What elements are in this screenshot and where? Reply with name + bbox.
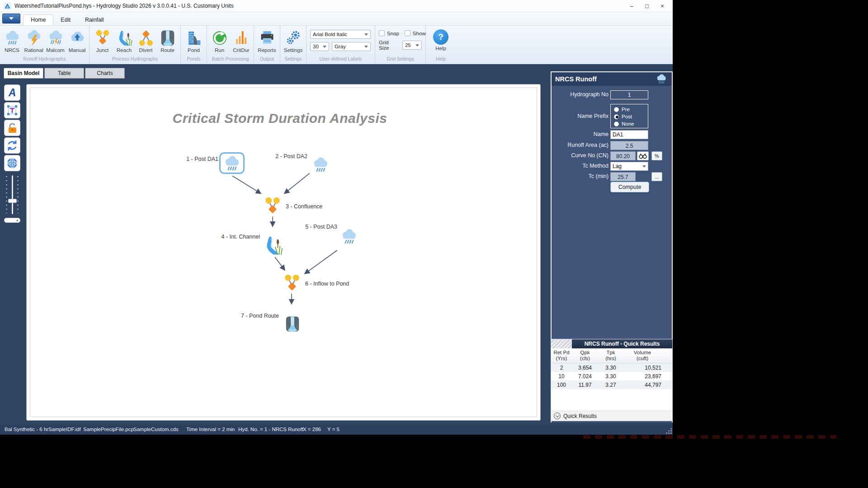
- refresh-tool-button[interactable]: [4, 137, 20, 154]
- close-button[interactable]: ×: [655, 0, 670, 12]
- compute-button[interactable]: Compute: [610, 182, 649, 192]
- manual-button[interactable]: Manual: [66, 28, 88, 53]
- font-size-select[interactable]: 30: [310, 42, 329, 51]
- radio-selected-icon: [614, 114, 619, 119]
- label-select-tool-button[interactable]: [4, 102, 20, 118]
- quick-results-toggle[interactable]: Quick Results: [551, 411, 672, 421]
- route-button[interactable]: Route: [157, 28, 179, 53]
- cell: 3.654: [572, 365, 598, 371]
- basin-model-canvas[interactable]: Critical Storm Duration Analysis: [26, 84, 541, 421]
- divert-button[interactable]: Divert: [135, 28, 157, 53]
- font-tool-button[interactable]: A: [4, 84, 20, 101]
- file-menu-button[interactable]: [2, 14, 20, 23]
- storm-cloud-icon: [25, 29, 42, 47]
- name-field[interactable]: DA1: [610, 130, 648, 139]
- hydrograph-no-field[interactable]: 1: [610, 90, 648, 99]
- node-confluence[interactable]: [263, 197, 282, 216]
- reach-button[interactable]: Reach: [113, 28, 135, 53]
- slider-thumb[interactable]: [8, 199, 17, 203]
- prefix-option-post[interactable]: Post: [614, 113, 648, 120]
- zoom-slider[interactable]: [5, 175, 19, 214]
- font-color-select[interactable]: Gray: [332, 42, 371, 51]
- globe-icon: [6, 157, 19, 169]
- junct-button[interactable]: Junct: [92, 28, 113, 53]
- show-label: Show: [413, 31, 426, 36]
- group-label-ponds: Ponds: [187, 56, 201, 64]
- curve-no-field[interactable]: 80.20: [610, 151, 636, 160]
- node-int-channel[interactable]: [263, 235, 283, 256]
- mini-scrollbar[interactable]: [4, 218, 20, 223]
- run-refresh-icon: [211, 29, 228, 47]
- tab-home[interactable]: Home: [23, 14, 53, 25]
- slider-track: [12, 175, 13, 214]
- slider-ticks: [17, 176, 19, 213]
- tab-table[interactable]: Table: [44, 68, 84, 79]
- node-post-da1[interactable]: [222, 155, 242, 173]
- malcom-button[interactable]: Malcom: [45, 28, 66, 53]
- printer-icon: [259, 29, 276, 47]
- grid-size-value: 25: [405, 42, 411, 48]
- cn-lookup-button[interactable]: [637, 151, 649, 160]
- help-glyph: ?: [438, 32, 443, 42]
- rational-button-label: Rational: [24, 47, 43, 53]
- show-checkbox[interactable]: Show: [405, 30, 426, 36]
- tab-basin-model[interactable]: Basin Model: [4, 68, 43, 79]
- cell: 11.97: [572, 382, 598, 388]
- ribbon: NRCS Rational Malcom Manual Runoff Hydro…: [0, 26, 673, 64]
- group-label-process: Process Hydrographs: [112, 56, 158, 64]
- maximize-button[interactable]: □: [639, 0, 655, 12]
- tab-charts[interactable]: Charts: [85, 68, 125, 79]
- corner-hatch: [551, 339, 572, 348]
- lock-icon: [6, 122, 19, 134]
- font-select[interactable]: Arial Bold Italic: [310, 30, 371, 39]
- status-precip-file: SamplePrecipFile.pcp: [83, 427, 134, 432]
- tc-field[interactable]: 25.7: [610, 172, 636, 181]
- tc-method-select[interactable]: Lag: [610, 162, 648, 171]
- node-pond-route[interactable]: [284, 315, 301, 333]
- run-button[interactable]: Run: [209, 28, 231, 53]
- settings-button-label: Settings: [284, 47, 303, 53]
- cell: 3.27: [598, 382, 623, 388]
- quick-results-title: NRCS Runoff - Quick Results: [572, 339, 672, 348]
- grid-size-select[interactable]: 25: [402, 41, 422, 50]
- dam-icon: [185, 29, 203, 47]
- tab-rainfall[interactable]: Rainfall: [78, 15, 111, 25]
- col-qpk-unit: (cfs): [580, 356, 590, 361]
- runoff-area-field[interactable]: 2.5: [610, 141, 648, 150]
- pond-button[interactable]: Pond: [183, 28, 205, 53]
- reports-button[interactable]: Reports: [256, 28, 278, 53]
- status-idf-file: SampleIDF.idf: [48, 427, 81, 432]
- binoculars-icon: [638, 151, 647, 160]
- node-post-da3[interactable]: [339, 228, 359, 246]
- critdur-button[interactable]: CritDur: [231, 28, 252, 53]
- nrcs-button-label: NRCS: [5, 47, 19, 53]
- globe-tool-button[interactable]: [4, 155, 20, 171]
- cn-percent-button[interactable]: %: [651, 151, 662, 160]
- node-inflow-to-pond[interactable]: [283, 274, 302, 293]
- nrcs-button[interactable]: NRCS: [1, 28, 23, 53]
- node-label: 1 - Post DA1: [175, 156, 218, 162]
- resize-grip[interactable]: [665, 427, 672, 434]
- gear-icon: [285, 29, 302, 47]
- settings-button[interactable]: Settings: [283, 28, 304, 53]
- lock-tool-button[interactable]: [4, 120, 20, 136]
- group-label-batch: Batch Processing: [212, 56, 249, 64]
- node-post-da2[interactable]: [311, 156, 330, 174]
- reach-button-label: Reach: [117, 47, 132, 53]
- help-button[interactable]: ? Help: [430, 28, 452, 51]
- prefix-option-none[interactable]: None: [614, 120, 648, 127]
- view-tabs: Basin Model Table Charts: [4, 68, 125, 79]
- minimize-button[interactable]: –: [624, 0, 639, 12]
- status-y-coord: Y = 5: [327, 427, 340, 432]
- waterfall-icon: [159, 29, 176, 47]
- checkbox-icon: [405, 30, 410, 36]
- status-hydrograph: Hyd. No. = 1 - NRCS Runoff: [238, 427, 303, 432]
- snap-checkbox[interactable]: Snap: [379, 30, 399, 36]
- flow-arrows: [27, 84, 540, 420]
- chevron-down-icon: [9, 17, 14, 20]
- rational-button[interactable]: Rational: [23, 28, 45, 53]
- tab-edit[interactable]: Edit: [53, 15, 78, 25]
- prefix-option-pre[interactable]: Pre: [614, 106, 648, 113]
- app-window: WatershedTutorialPlusPond.hys - Hydrolog…: [0, 0, 673, 435]
- tc-more-button[interactable]: ...: [651, 172, 662, 181]
